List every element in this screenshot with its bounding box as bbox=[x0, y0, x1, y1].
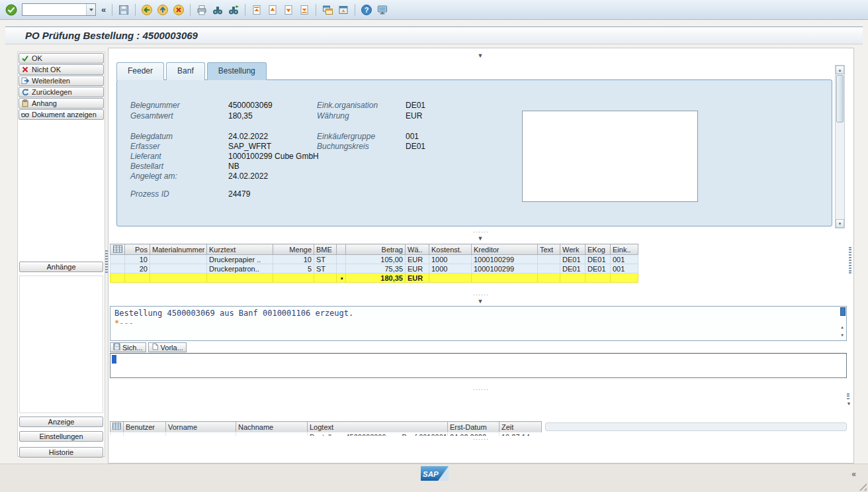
cell-kostenstelle[interactable]: 1000 bbox=[429, 264, 472, 273]
cell-benutzer[interactable] bbox=[124, 432, 166, 436]
window-resize-grip[interactable] bbox=[857, 481, 867, 491]
log-scroll-up-icon[interactable]: ▲ bbox=[840, 324, 845, 330]
cell-sum[interactable] bbox=[337, 264, 346, 273]
cell-betrag[interactable]: 75,35 bbox=[346, 264, 406, 273]
item-row[interactable]: 10 Druckerpapier .. 10 ST 105,00 EUR 100… bbox=[110, 255, 638, 264]
collapse-log-section-icon[interactable]: ▼ bbox=[475, 299, 486, 305]
note-input[interactable] bbox=[110, 353, 847, 378]
exit-icon[interactable] bbox=[155, 2, 170, 18]
cell-vorname[interactable] bbox=[166, 432, 236, 436]
note-template-button[interactable]: Vorla... bbox=[148, 342, 187, 352]
display-button[interactable]: Anzeige bbox=[19, 417, 103, 427]
log-text-area[interactable]: Bestellung 4500003069 aus Banf 001000110… bbox=[110, 306, 847, 341]
detail-scrollbar[interactable]: ▲ ▼ bbox=[835, 65, 845, 228]
command-history-dropdown-icon[interactable] bbox=[86, 4, 95, 15]
splitter-grip[interactable]: ······ bbox=[461, 293, 501, 297]
mini-scroll-grip[interactable] bbox=[847, 393, 849, 399]
tab-banf[interactable]: Banf bbox=[166, 62, 205, 80]
attachments-list[interactable] bbox=[19, 275, 103, 413]
col-erst-datum[interactable]: Erst-Datum bbox=[448, 422, 499, 432]
settings-button[interactable]: Einstellungen bbox=[19, 431, 103, 442]
cell-logtext[interactable]: Bestellung 4500003069 aus Banf 001000110… bbox=[308, 432, 448, 436]
cell-menge[interactable]: 5 bbox=[273, 264, 314, 273]
cell-pos[interactable]: 20 bbox=[125, 264, 150, 273]
cell-sum[interactable] bbox=[337, 255, 346, 264]
last-page-icon[interactable] bbox=[297, 2, 312, 18]
collapse-top-section-icon[interactable]: ▼ bbox=[475, 53, 486, 59]
col-bme[interactable]: BME bbox=[314, 244, 337, 255]
mini-scroll-down-icon[interactable]: ▼ bbox=[846, 401, 852, 407]
tab-feeder[interactable]: Feeder bbox=[116, 62, 164, 80]
find-next-icon[interactable] bbox=[226, 2, 241, 18]
collapse-items-section-icon[interactable]: ▼ bbox=[475, 236, 486, 242]
table-grid-icon[interactable] bbox=[110, 422, 124, 432]
col-werk[interactable]: Werk bbox=[560, 244, 586, 255]
col-waehrung[interactable]: Wä.. bbox=[406, 244, 429, 255]
attachments-button[interactable]: Anhänge bbox=[19, 262, 103, 272]
note-save-button[interactable]: Sich... bbox=[110, 342, 146, 352]
help-icon[interactable]: ? bbox=[359, 2, 374, 18]
ok-button[interactable]: OK bbox=[19, 53, 104, 64]
cell-kreditor[interactable]: 1000100299 bbox=[472, 264, 538, 273]
hide-command-field-icon[interactable]: « bbox=[99, 5, 108, 15]
cell-kostenstelle[interactable]: 1000 bbox=[429, 255, 472, 264]
cell-text[interactable] bbox=[538, 255, 560, 264]
cancel-icon[interactable] bbox=[171, 2, 186, 18]
customize-layout-icon[interactable] bbox=[375, 2, 390, 18]
cell-pos[interactable]: 10 bbox=[125, 255, 150, 264]
col-ekog[interactable]: EKog bbox=[586, 244, 611, 255]
cell-zeit[interactable]: 10:27:14 bbox=[499, 432, 542, 436]
sidebar-splitter-grip[interactable] bbox=[105, 250, 108, 273]
cell-menge[interactable]: 10 bbox=[273, 255, 314, 264]
print-icon[interactable] bbox=[195, 2, 209, 18]
cell-kurztext[interactable]: Druckerpatron.. bbox=[207, 264, 273, 273]
cell-betrag[interactable]: 105,00 bbox=[346, 255, 406, 264]
find-icon[interactable] bbox=[210, 2, 225, 18]
create-shortcut-icon[interactable] bbox=[336, 2, 351, 18]
history-button[interactable]: Historie bbox=[19, 447, 103, 458]
col-materialnummer[interactable]: Materialnummer bbox=[150, 244, 207, 255]
scrollbar-thumb[interactable] bbox=[836, 75, 844, 123]
scroll-down-icon[interactable]: ▼ bbox=[836, 219, 844, 228]
col-kurztext[interactable]: Kurztext bbox=[207, 244, 273, 255]
cell-ekog[interactable]: DE01 bbox=[586, 264, 611, 273]
col-benutzer[interactable]: Benutzer bbox=[124, 422, 166, 432]
cell-bme[interactable]: ST bbox=[314, 255, 337, 264]
cell-eink[interactable]: 001 bbox=[611, 264, 638, 273]
collapse-status-icon[interactable]: « bbox=[851, 469, 856, 479]
table-grid-icon[interactable] bbox=[110, 244, 125, 255]
cell-bme[interactable]: ST bbox=[314, 264, 337, 273]
anhang-button[interactable]: Anhang bbox=[19, 98, 104, 109]
log-scroll-down-icon[interactable]: ▼ bbox=[840, 332, 845, 338]
col-eink[interactable]: Eink.. bbox=[611, 244, 638, 255]
cell-kurztext[interactable]: Druckerpapier .. bbox=[207, 255, 273, 264]
row-select-cell[interactable] bbox=[110, 432, 124, 436]
cell-werk[interactable]: DE01 bbox=[560, 255, 586, 264]
nicht-ok-button[interactable]: Nicht OK bbox=[19, 64, 104, 75]
cell-materialnummer[interactable] bbox=[150, 264, 207, 273]
dokument-anzeigen-button[interactable]: Dokument anzeigen bbox=[19, 109, 104, 120]
previous-page-icon[interactable] bbox=[265, 2, 280, 18]
enter-icon[interactable] bbox=[4, 2, 19, 18]
zuruecklegen-button[interactable]: Zurücklegen bbox=[19, 87, 104, 97]
table-splitter-grip[interactable] bbox=[849, 247, 851, 273]
col-sum[interactable] bbox=[337, 244, 346, 255]
cell-text[interactable] bbox=[538, 264, 560, 273]
col-vorname[interactable]: Vorname bbox=[166, 422, 236, 432]
back-icon[interactable] bbox=[140, 2, 154, 18]
save-icon[interactable] bbox=[116, 2, 131, 18]
cell-ekog[interactable]: DE01 bbox=[586, 255, 611, 264]
first-page-icon[interactable] bbox=[249, 2, 264, 18]
col-logtext[interactable]: Logtext bbox=[308, 422, 448, 432]
col-zeit[interactable]: Zeit bbox=[499, 422, 542, 432]
row-select-cell[interactable] bbox=[110, 255, 125, 264]
new-session-icon[interactable] bbox=[320, 2, 335, 18]
col-nachname[interactable]: Nachname bbox=[236, 422, 308, 432]
row-select-cell[interactable] bbox=[110, 264, 125, 273]
command-input[interactable] bbox=[22, 6, 86, 14]
item-row[interactable]: 20 Druckerpatron.. 5 ST 75,35 EUR 1000 1… bbox=[110, 264, 638, 273]
tab-bestellung[interactable]: Bestellung bbox=[207, 62, 267, 80]
cell-kreditor[interactable]: 1000100299 bbox=[472, 255, 538, 264]
col-kostenstelle[interactable]: Kostenst. bbox=[429, 244, 472, 255]
weiterleiten-button[interactable]: Weiterleiten bbox=[19, 75, 104, 86]
